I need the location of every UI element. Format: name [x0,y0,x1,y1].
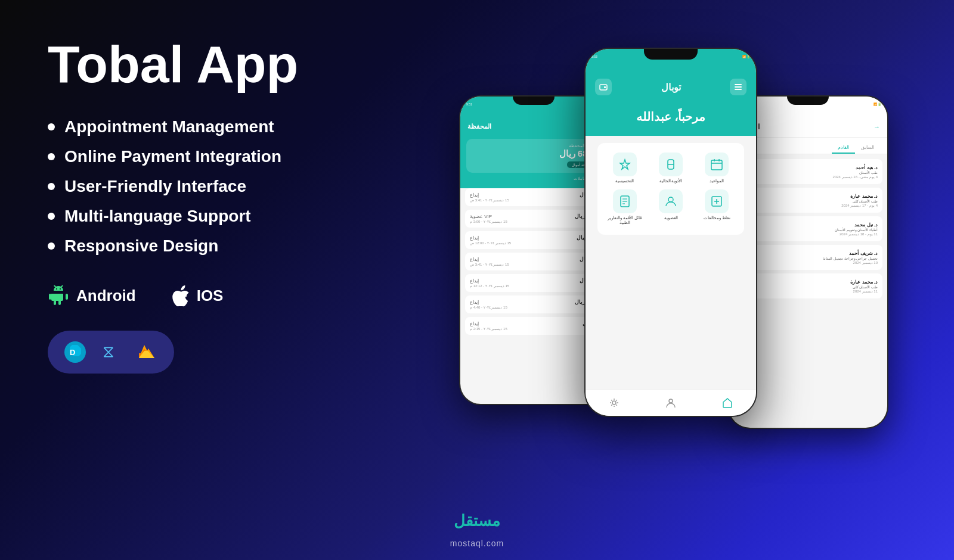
list-item: Multi-language Support [48,207,405,226]
dart-badge: D [62,339,88,365]
table-row: 650- ريالمكتمل إيداع15 ديسمبر ٢٠٢٤ - 4:4… [465,295,602,313]
svg-text:مستقل: مستقل [454,512,500,530]
center-header: توبال [586,62,756,105]
svg-rect-7 [604,86,606,88]
bullet-icon [48,183,55,190]
platform-section: Android IOS [48,285,405,307]
left-section: Tobal App Appointment Management Online … [48,36,405,374]
svg-rect-3 [735,84,742,85]
header-wallet-icon [595,79,612,95]
table-row: 40 ريالمكتمل إيداع15 ديسمبر ٢٠٢٤ - 12:12… [465,274,602,292]
grid-item-appointments[interactable]: المواعيد [697,153,737,183]
phone-notch [513,97,555,105]
apple-icon [172,285,190,307]
grid-item-medicines[interactable]: الأدوية الحالية [651,153,690,183]
balance-amount: 68.0 ريال [472,148,595,159]
svg-rect-6 [600,85,607,90]
bottom-nav [586,389,756,416]
list-item: Online Payment Integration [48,147,405,166]
android-icon [48,285,69,307]
ios-platform: IOS [172,285,224,307]
bullet-icon [48,242,55,250]
phone-notch [787,97,829,105]
svg-text:D: D [70,348,75,357]
list-item: Responsive Design [48,237,405,256]
footer-logo: مستقل [441,509,513,537]
arrow-icon: → [874,123,880,130]
table-row: 0 ريالمكتمل إيداع15 ديسمبر ٢٠٢٤ - 2:15 م [465,317,602,335]
status-icons: 📶 🔋 [742,55,750,58]
table-row: 45 ريالمكتمل إيداع15 ديسمبر ٢٠٢٤ - 3:41 … [465,253,602,270]
bullet-icon [48,213,55,220]
greeting-text: مرحباً، عبدالله [595,110,747,124]
svg-rect-8 [711,160,722,170]
svg-point-20 [669,399,673,403]
svg-point-19 [612,401,616,405]
bullet-icon [48,153,55,160]
grid-item-membership[interactable]: العضوية [651,189,690,225]
list-item: Appointment Management [48,117,405,136]
header-logo: توبال [661,82,681,93]
footer: مستقل mostaql.com [441,509,513,548]
tab-previous[interactable]: السابق [855,142,880,154]
svg-point-14 [668,197,673,202]
bullet-icon [48,123,55,130]
nav-settings[interactable] [608,397,620,409]
grid-item-sensitivity[interactable]: التحسيسية [605,153,645,183]
list-item: User-Friendly Interface [48,177,405,196]
transactions-label: سجل المعاملات [466,176,601,181]
center-phone-screen: 3:53 📶 🔋 توبال مرحباً، عبدالله [586,49,756,416]
svg-text:⧖: ⧖ [103,343,114,361]
grid-item-reports[interactable]: قائل الأقمة والتقارير الطبية [605,189,645,225]
features-list: Appointment Management Online Payment In… [48,117,405,256]
firebase-badge [134,339,160,365]
android-platform: Android [48,285,136,307]
status-time: 9:51 [466,102,472,106]
status-time: 3:53 [591,55,597,58]
center-greeting: مرحباً، عبدالله [586,105,756,136]
tech-badges: D ⧖ [48,331,174,374]
flutter-badge: ⧖ [98,339,124,365]
svg-rect-5 [735,89,742,90]
nav-home[interactable] [721,397,733,409]
status-icons: 📶 🔋 [874,102,881,106]
home-grid: المواعيد الأدوية الحالية التحسيسية [597,143,744,235]
table-row: 45 ريالمكتمل إيداع15 ديسمبر ٢٠٢٤ - 3:41 … [465,188,602,206]
android-label: Android [76,287,136,305]
header-icon [730,79,747,95]
ios-label: IOS [197,287,224,305]
tab-upcoming[interactable]: القادم [832,142,855,154]
table-row: 650- ريالمكتمل VIP عضوية15 ديسمبر ٢٠٢٤ -… [465,210,602,228]
phones-section: 9:51 ▪▪▪ 📶 → المحفظة رصيد المحفظة 68.0 ر… [447,24,954,536]
svg-rect-4 [735,86,742,88]
grid-item-violations[interactable]: نقاط ومخالفات [697,189,737,225]
phone-center: 3:53 📶 🔋 توبال مرحباً، عبدالله [584,48,757,417]
footer-url: mostaql.com [441,539,513,548]
app-title: Tobal App [48,36,405,94]
balance-label: رصيد المحفظة [472,144,595,148]
wallet-label: المحفظة [467,123,491,130]
table-row: 200 ريالمكتمل إيداع15 ديسمبر ٢٠٢٤ - 12:0… [465,231,602,249]
phone-notch [644,49,698,60]
nav-profile[interactable] [665,397,677,409]
